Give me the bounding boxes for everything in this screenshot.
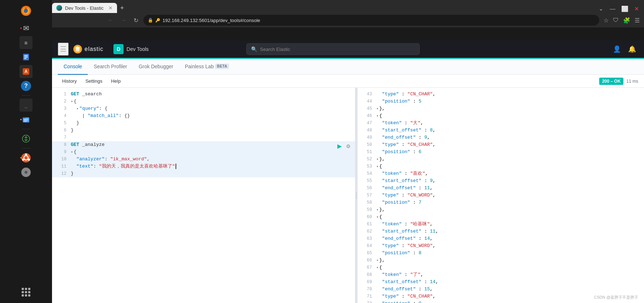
resp-line-63: 63 "end_offset" : 14, xyxy=(358,235,644,242)
user-profile-btn[interactable]: 👤 xyxy=(611,44,623,55)
grid-dot xyxy=(25,291,27,293)
window-maximize-btn[interactable]: ⬜ xyxy=(619,5,631,13)
kibana-nav: ☰ elastic D Dev Tools 🔍 Search Elastic 👤 xyxy=(52,40,644,58)
ff-apps-icon[interactable] xyxy=(20,286,33,299)
editor-line-3: 3 ▾"query": { xyxy=(52,105,355,112)
editor-line-2: 2 ▾{ xyxy=(52,98,355,105)
ff-divider-2 xyxy=(22,129,30,129)
resp-line-59: 59 ▾}, xyxy=(358,206,644,213)
tab-favicon xyxy=(56,5,62,11)
firefox-logo[interactable] xyxy=(18,3,34,19)
resp-line-72: 72 "position" : 9 xyxy=(358,300,644,303)
history-btn[interactable]: History xyxy=(58,75,81,88)
editor-line-5: 5 } xyxy=(52,120,355,127)
status-time: 11 ms xyxy=(626,79,638,84)
shield-btn[interactable]: 🛡 xyxy=(611,16,620,25)
resp-line-64: 64 "type" : "CN_WORD", xyxy=(358,242,644,250)
search-container: 🔍 Search Elastic xyxy=(246,43,420,55)
ff-divider-3 xyxy=(22,148,30,148)
resp-line-44: 44 "position" : 5 xyxy=(358,98,644,105)
svg-rect-13 xyxy=(24,121,27,122)
back-button[interactable]: ← xyxy=(105,16,116,25)
browser-tab-active[interactable]: Dev Tools - Elastic ✕ xyxy=(52,3,117,13)
lock-icon: 🔑 xyxy=(155,18,160,23)
elastic-logo-icon xyxy=(73,44,82,54)
resp-line-54: 54 "token" : "喜欢", xyxy=(358,170,644,177)
settings-btn[interactable]: Settings xyxy=(81,75,107,88)
user-badge[interactable]: D xyxy=(113,44,124,54)
editor-line-1: 1 GET _search xyxy=(52,91,355,98)
security-icon: 🔒 xyxy=(148,18,153,23)
editor-line-12: 12 } xyxy=(52,170,355,177)
resp-line-65: 65 "position" : 8 xyxy=(358,250,644,257)
svg-rect-4 xyxy=(24,55,28,56)
ff-recycle-icon[interactable] xyxy=(20,132,33,145)
elastic-brand-text: elastic xyxy=(85,46,103,52)
resp-line-43: 43 "type" : "CN_CHAR", xyxy=(358,91,644,98)
response-code[interactable]: 43 "type" : "CN_CHAR", 44 "position" : 5… xyxy=(358,88,644,303)
resp-line-69: 69 "start_offset" : 14, xyxy=(358,278,644,286)
firefox-sidebar: ✉ ≡ A ? _ xyxy=(0,0,52,303)
kibana-app: ☰ elastic D Dev Tools 🔍 Search Elastic 👤 xyxy=(52,40,644,303)
resp-line-46: 46 ▾{ xyxy=(358,112,644,120)
address-bar-row: ← → ↻ 🔒 🔑 192.168.249.132:5601/app/dev_t… xyxy=(52,13,644,27)
svg-point-20 xyxy=(22,159,24,161)
window-minimize-btn[interactable]: — xyxy=(608,5,618,13)
grid-dot xyxy=(28,294,30,296)
query-settings-btn[interactable]: ⚙ xyxy=(345,142,352,150)
editor-line-11: 11 "text": "我的天，我真的是太喜欢哈基咪了" xyxy=(52,163,355,170)
hamburger-menu-btn[interactable]: ☰ xyxy=(58,43,69,56)
tab-painless-lab[interactable]: Painless Lab BETA xyxy=(179,59,235,75)
beta-badge: BETA xyxy=(215,64,229,69)
kibana-logo: elastic xyxy=(73,44,103,54)
help-btn[interactable]: Help xyxy=(107,75,125,88)
breadcrumb: Dev Tools xyxy=(126,46,148,52)
bookmark-btn[interactable]: ☆ xyxy=(602,16,610,25)
tab-search-profiler[interactable]: Search Profiler xyxy=(88,59,133,75)
forward-button[interactable]: → xyxy=(118,16,129,25)
grid-dot xyxy=(28,291,30,293)
tab-title: Dev Tools - Elastic xyxy=(65,5,104,11)
grid-dot xyxy=(22,291,24,293)
tab-close-btn[interactable]: ✕ xyxy=(108,5,113,11)
ff-shop-icon[interactable]: A xyxy=(20,65,33,78)
new-tab-btn[interactable]: + xyxy=(117,3,127,13)
extensions-btn[interactable]: 🧩 xyxy=(622,16,632,25)
ff-mail-icon[interactable]: ✉ xyxy=(20,22,33,35)
svg-rect-12 xyxy=(24,120,28,121)
code-editor[interactable]: 1 GET _search 2 ▾{ 3 ▾"query": { 4 | "ma… xyxy=(52,88,355,303)
svg-rect-6 xyxy=(24,58,26,59)
resp-line-68: 68 "token" : "了", xyxy=(358,271,644,278)
notifications-btn[interactable]: 🔔 xyxy=(626,44,638,55)
ff-notes-icon[interactable]: ≡ xyxy=(20,36,33,49)
svg-point-18 xyxy=(25,153,27,156)
ff-apps-area xyxy=(20,286,33,300)
resp-line-55: 55 "start_offset" : 9, xyxy=(358,177,644,185)
ff-help-icon[interactable]: ? xyxy=(20,79,33,92)
resp-line-70: 70 "end_offset" : 15, xyxy=(358,286,644,293)
grid-dot xyxy=(25,288,27,290)
tab-grok-debugger[interactable]: Grok Debugger xyxy=(133,59,179,75)
resp-line-49: 49 "end_offset" : 9, xyxy=(358,134,644,141)
editor-wrapper: 1 GET _search 2 ▾{ 3 ▾"query": { 4 | "ma… xyxy=(52,88,644,303)
search-bar[interactable]: 🔍 Search Elastic xyxy=(246,43,420,55)
menu-btn[interactable]: ☰ xyxy=(633,16,641,25)
run-btn[interactable]: ▶ xyxy=(336,142,343,150)
ff-notes2-icon[interactable] xyxy=(20,51,33,64)
editor-line-7: 7 xyxy=(52,134,355,141)
svg-point-19 xyxy=(28,159,30,161)
ff-terminal-icon[interactable]: _ xyxy=(20,99,33,112)
nav-right-actions: 👤 🔔 xyxy=(611,44,638,55)
address-bar[interactable]: 🔒 🔑 192.168.249.132:5601/app/dev_tools#/… xyxy=(143,15,599,26)
refresh-button[interactable]: ↻ xyxy=(131,16,141,25)
resp-line-56: 56 "end_offset" : 11, xyxy=(358,185,644,192)
tab-console[interactable]: Console xyxy=(58,59,88,75)
svg-rect-5 xyxy=(24,57,28,57)
ff-ubuntu-icon[interactable] xyxy=(20,151,33,164)
tab-overflow-btn[interactable]: ⌄ xyxy=(597,4,605,13)
window-close-btn[interactable]: ✕ xyxy=(632,5,641,13)
ff-filemanager-icon[interactable] xyxy=(20,113,33,126)
grid-dot xyxy=(22,288,24,290)
svg-point-2 xyxy=(24,9,28,13)
ff-disc-icon[interactable] xyxy=(20,166,33,179)
